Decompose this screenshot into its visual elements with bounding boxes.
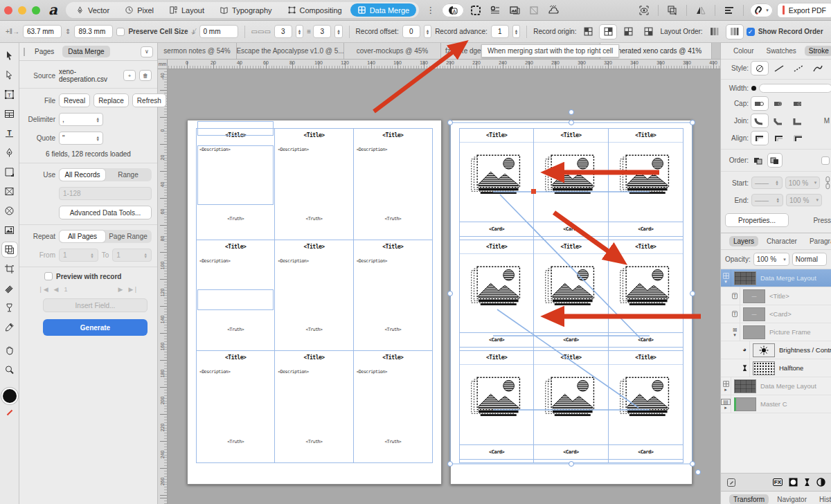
export-pdf-button[interactable]: Export PDF bbox=[777, 3, 831, 18]
translate-toggle-button[interactable]: A bbox=[442, 3, 464, 17]
start-scale-select[interactable]: 100 %▾ bbox=[785, 177, 821, 189]
picture-frame-placeholder-icon[interactable] bbox=[618, 376, 672, 419]
from-input[interactable]: 1▲▼ bbox=[59, 249, 98, 262]
order-front-button[interactable] bbox=[768, 154, 782, 167]
colour-selector-swatch[interactable] bbox=[3, 389, 17, 403]
picture-frame-rectangle-tool-icon[interactable] bbox=[2, 184, 17, 199]
move-tool-icon[interactable] bbox=[2, 48, 17, 63]
generate-button[interactable]: Generate bbox=[43, 319, 148, 336]
merge-layout-select-icon[interactable] bbox=[468, 3, 483, 17]
canvas[interactable]: 0204060801001201401601802002202402602803… bbox=[158, 60, 720, 504]
data-options-icon[interactable] bbox=[488, 3, 503, 17]
cap-round-button[interactable] bbox=[771, 97, 787, 110]
adjustment-icon[interactable] bbox=[816, 478, 825, 487]
rows-stepper[interactable]: ▲▼ bbox=[334, 25, 342, 38]
blend-mode-select[interactable]: Normal bbox=[792, 253, 827, 266]
merge-cell[interactable]: <Title> <Description> <Truth> bbox=[354, 351, 432, 462]
merge-cell[interactable]: <Title> <Card> bbox=[534, 240, 608, 352]
align-outside-button[interactable] bbox=[790, 132, 807, 145]
preview-with-record-checkbox[interactable] bbox=[44, 272, 53, 280]
layer-row-data-merge-layout[interactable]: ▾ Data Merge Layout bbox=[721, 269, 831, 287]
merge-cell[interactable]: <Title> <Card> bbox=[609, 351, 683, 462]
more-personas-icon[interactable]: ⋮ bbox=[423, 5, 438, 15]
use-all-records-option[interactable]: All Records bbox=[60, 169, 105, 181]
merge-cell[interactable]: <Title> <Card> bbox=[460, 351, 534, 462]
show-record-order-checkbox[interactable]: ✓ bbox=[747, 28, 755, 36]
reveal-button[interactable]: Reveal bbox=[59, 93, 90, 107]
picture-frame-placeholder-icon[interactable] bbox=[470, 154, 524, 197]
table-tool-icon[interactable] bbox=[2, 107, 17, 121]
layer-row-halftone[interactable]: Halftone bbox=[721, 359, 831, 377]
persona-layout[interactable]: Layout bbox=[162, 3, 211, 17]
layer-row-picture-frame[interactable]: ⊠▾ Picture Frame bbox=[721, 323, 831, 341]
quote-select[interactable]: "▲▼ bbox=[59, 132, 103, 145]
record-origin-top-right-button[interactable] bbox=[600, 25, 616, 39]
collapse-chevron-icon[interactable]: ▾ bbox=[724, 279, 727, 284]
layer-row-card[interactable]: T — <Card> bbox=[721, 305, 831, 323]
document-tab[interactable]: cover-mockups @ 45% bbox=[344, 43, 441, 59]
tab-navigator[interactable]: Navigator bbox=[773, 494, 811, 504]
zoom-window-button[interactable] bbox=[32, 6, 40, 15]
panel-menu-button[interactable]: ∨ bbox=[141, 46, 153, 57]
persona-typography[interactable]: Typography bbox=[213, 3, 278, 17]
link-icon[interactable] bbox=[824, 176, 831, 190]
data-merge-layout-tool-icon[interactable] bbox=[2, 242, 17, 257]
picture-frame-ellipse-tool-icon[interactable] bbox=[2, 204, 17, 218]
persona-vector[interactable]: Vector bbox=[69, 3, 116, 17]
alignment-icon[interactable] bbox=[722, 3, 737, 17]
insert-field-button[interactable]: Insert Field... bbox=[43, 298, 148, 312]
picture-frame-placeholder-icon[interactable] bbox=[470, 376, 524, 419]
merge-cell[interactable]: <Title> <Card> bbox=[609, 240, 683, 352]
stroke-style-none-button[interactable] bbox=[751, 62, 768, 75]
clear-merge-frame-icon[interactable] bbox=[526, 3, 542, 17]
replace-button[interactable]: Replace bbox=[93, 93, 129, 107]
mask-icon[interactable] bbox=[789, 478, 798, 487]
merge-cell[interactable]: <Title> <Card> bbox=[460, 240, 534, 352]
repeat-page-range-option[interactable]: Page Range bbox=[105, 231, 151, 242]
align-inside-button[interactable] bbox=[771, 132, 787, 145]
delimiter-select[interactable]: ,▲▼ bbox=[59, 113, 103, 126]
add-source-button[interactable]: + bbox=[123, 70, 136, 81]
pencil-tool-icon[interactable] bbox=[2, 281, 17, 296]
picture-frame-placeholder-icon[interactable] bbox=[618, 154, 672, 197]
document-tab[interactable]: Escape the Apocalypse v1.0 @ 5... bbox=[237, 43, 344, 59]
join-mitre-button[interactable] bbox=[790, 114, 807, 127]
persona-compositing[interactable]: Compositing bbox=[280, 3, 349, 17]
live-filter-icon[interactable] bbox=[804, 478, 810, 487]
cap-butt-button[interactable] bbox=[751, 97, 768, 110]
end-scale-select[interactable]: 100 %▾ bbox=[786, 194, 822, 206]
tab-history[interactable]: History bbox=[815, 494, 831, 504]
record-origin-bottom-right-button[interactable] bbox=[640, 25, 656, 39]
opacity-select[interactable]: 100 %▾ bbox=[753, 253, 789, 266]
fx-icon[interactable]: FX bbox=[773, 478, 783, 486]
document-tab[interactable]: sermon notes @ 54% bbox=[158, 43, 237, 59]
zoom-tool-icon[interactable] bbox=[2, 363, 17, 377]
close-window-button[interactable] bbox=[4, 6, 12, 15]
refresh-button[interactable]: Refresh bbox=[132, 93, 166, 107]
transparency-tool-icon[interactable] bbox=[2, 300, 17, 315]
properties-button[interactable]: Properties... bbox=[725, 213, 789, 227]
end-style-select[interactable]: ——▲▼ bbox=[751, 194, 783, 206]
frame-text-tool-icon[interactable]: T bbox=[2, 87, 17, 102]
next-record-icon[interactable]: ▶ bbox=[118, 286, 123, 293]
advanced-data-tools-button[interactable]: Advanced Data Tools... bbox=[59, 206, 152, 219]
record-offset-input[interactable]: 0 bbox=[402, 25, 420, 38]
stroke-style-brush-button[interactable] bbox=[810, 62, 826, 75]
collapse-chevron-icon[interactable]: ▾ bbox=[733, 332, 736, 337]
generate-preview-icon[interactable] bbox=[546, 3, 561, 17]
record-origin-top-left-button[interactable] bbox=[580, 25, 596, 39]
cap-square-button[interactable] bbox=[790, 97, 807, 110]
align-centre-button[interactable] bbox=[751, 132, 768, 145]
layer-row-title[interactable]: T — <Title> bbox=[721, 287, 831, 305]
layout-order-columns-button[interactable] bbox=[726, 25, 743, 39]
merge-cell[interactable]: <Title> <Description> <Truth> bbox=[275, 351, 353, 462]
join-round-button[interactable] bbox=[751, 114, 768, 127]
flip-horizontal-icon[interactable] bbox=[693, 3, 708, 17]
expand-chevron-icon[interactable]: ▸ bbox=[724, 387, 727, 392]
stroke-style-solid-button[interactable] bbox=[771, 62, 787, 75]
place-image-tool-icon[interactable] bbox=[2, 223, 17, 237]
merge-cell[interactable]: <Title> <Description> <Truth> bbox=[354, 129, 432, 240]
rectangle-tool-icon[interactable] bbox=[2, 165, 17, 179]
join-bevel-button[interactable] bbox=[771, 114, 787, 127]
preview-mode-icon[interactable] bbox=[636, 3, 652, 17]
